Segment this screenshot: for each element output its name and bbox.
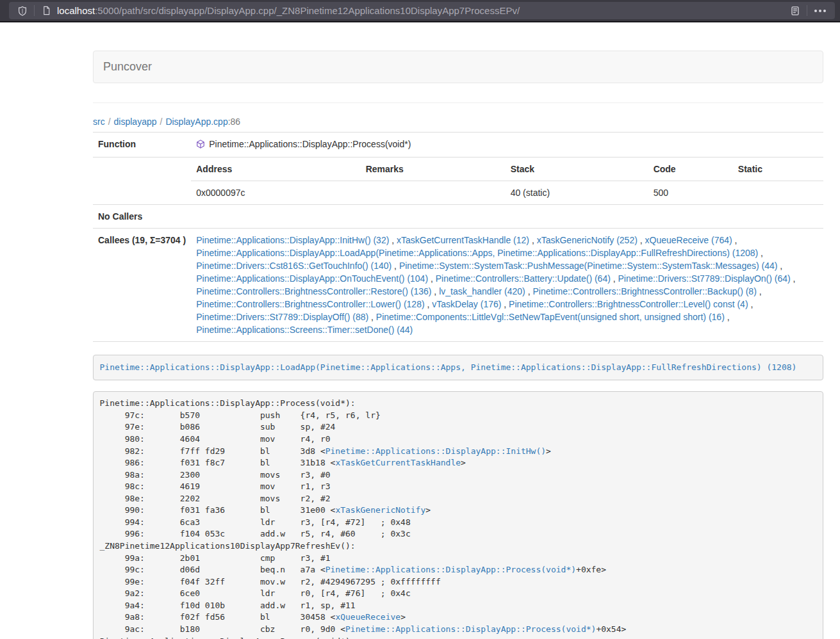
- remarks-value: [361, 181, 506, 205]
- navbar: Puncover: [93, 51, 823, 83]
- callee-link[interactable]: Pinetime::Applications::Screens::Timer::…: [196, 325, 413, 335]
- callee-link[interactable]: Pinetime::Controllers::BrightnessControl…: [532, 286, 756, 296]
- brand-link[interactable]: Puncover: [94, 60, 161, 74]
- symbol-table: Function Pinetime::Applications::Display…: [93, 132, 823, 342]
- breadcrumb-separator: /: [160, 117, 163, 127]
- function-label: Function: [93, 133, 191, 158]
- selected-callee-box: Pinetime::Applications::DisplayApp::Load…: [93, 355, 823, 380]
- static-value: [733, 181, 823, 205]
- callee-link[interactable]: Pinetime::Drivers::St7789::DisplayOn() (…: [618, 273, 791, 284]
- code-symbol-link[interactable]: xQueueReceive: [335, 612, 400, 622]
- function-name: Pinetime::Applications::DisplayApp::Proc…: [209, 139, 411, 149]
- callee-link[interactable]: Pinetime::Controllers::BrightnessControl…: [196, 286, 431, 296]
- callee-link[interactable]: vTaskDelay (176): [432, 299, 501, 309]
- callee-link[interactable]: xQueueReceive (764): [645, 235, 732, 245]
- col-code: Code: [648, 158, 733, 181]
- breadcrumb-line-number: :86: [228, 117, 240, 127]
- code-symbol-link[interactable]: xTaskGenericNotify: [335, 505, 425, 515]
- disassembly: Pinetime::Applications::DisplayApp::Proc…: [93, 391, 823, 639]
- breadcrumb: src/displayapp/DisplayApp.cpp:86: [93, 117, 823, 127]
- metrics-header-row: Address Remarks Stack Code Static: [191, 158, 823, 181]
- callee-link[interactable]: Pinetime::Applications::DisplayApp::Init…: [196, 235, 389, 245]
- urlbar-divider: [807, 5, 807, 16]
- breadcrumb-link-displayapp[interactable]: displayapp: [114, 117, 157, 127]
- metrics-cell: Address Remarks Stack Code Static 0x0000…: [191, 158, 823, 205]
- metrics-table: Address Remarks Stack Code Static 0x0000…: [191, 158, 823, 204]
- selected-callee-link[interactable]: Pinetime::Applications::DisplayApp::Load…: [100, 362, 797, 372]
- code-symbol-link[interactable]: xTaskGetCurrentTaskHandle: [335, 458, 461, 467]
- url-host: localhost: [57, 5, 95, 16]
- callee-link[interactable]: Pinetime::Drivers::St7789::DisplayOff() …: [196, 312, 368, 322]
- url-path: :5000/path/src/displayapp/DisplayApp.cpp…: [95, 5, 520, 16]
- callees-label: Callees (19, Σ=3704 ): [93, 229, 191, 342]
- callee-link[interactable]: lv_task_handler (420): [439, 286, 525, 296]
- callee-link[interactable]: Pinetime::Controllers::BrightnessControl…: [509, 299, 748, 309]
- callers-cell: [191, 205, 823, 229]
- divider: [93, 102, 823, 103]
- function-row: Function Pinetime::Applications::Display…: [93, 133, 823, 158]
- callees-cell: Pinetime::Applications::DisplayApp::Init…: [191, 229, 823, 342]
- callers-row: No Callers: [93, 205, 823, 229]
- col-remarks: Remarks: [361, 158, 506, 181]
- callee-link[interactable]: xTaskGenericNotify (252): [537, 235, 638, 245]
- col-stack: Stack: [506, 158, 648, 181]
- callee-link[interactable]: Pinetime::Applications::DisplayApp::Load…: [196, 248, 758, 258]
- page-content: Puncover src/displayapp/DisplayApp.cpp:8…: [93, 51, 823, 639]
- urlbar-divider: [34, 5, 35, 16]
- metrics-row: Address Remarks Stack Code Static 0x0000…: [93, 158, 823, 205]
- code-symbol-link[interactable]: Pinetime::Applications::DisplayApp::Proc…: [325, 565, 576, 574]
- callee-link[interactable]: Pinetime::Components::LittleVgl::SetNewT…: [376, 312, 725, 322]
- url-bar[interactable]: localhost:5000/path/src/displayapp/Displ…: [9, 2, 835, 19]
- stack-value: 40 (static): [506, 181, 648, 205]
- url-text[interactable]: localhost:5000/path/src/displayapp/Displ…: [57, 5, 788, 16]
- code-symbol-link[interactable]: Pinetime::Applications::DisplayApp::Init…: [325, 446, 546, 456]
- page-info-icon[interactable]: [39, 4, 53, 18]
- callee-link[interactable]: Pinetime::Controllers::Battery::Update()…: [436, 273, 611, 284]
- package-icon: [196, 139, 205, 152]
- col-address: Address: [191, 158, 360, 181]
- col-static: Static: [733, 158, 823, 181]
- shield-icon[interactable]: [15, 4, 29, 18]
- browser-toolbar: localhost:5000/path/src/displayapp/Displ…: [0, 0, 840, 22]
- code-value: 500: [648, 181, 733, 205]
- reader-mode-icon[interactable]: [788, 4, 802, 18]
- callee-link[interactable]: xTaskGetCurrentTaskHandle (12): [397, 235, 529, 245]
- breadcrumb-separator: /: [108, 117, 111, 127]
- no-callers-label: No Callers: [93, 205, 191, 229]
- address-value: 0x0000097c: [191, 181, 360, 205]
- callee-link[interactable]: Pinetime::System::SystemTask::PushMessag…: [399, 261, 778, 271]
- function-name-cell: Pinetime::Applications::DisplayApp::Proc…: [191, 133, 823, 158]
- metrics-empty-cell: [93, 158, 191, 205]
- metrics-value-row: 0x0000097c 40 (static) 500: [191, 181, 823, 205]
- callee-link[interactable]: Pinetime::Drivers::Cst816S::GetTouchInfo…: [196, 261, 391, 271]
- callees-row: Callees (19, Σ=3704 ) Pinetime::Applicat…: [93, 229, 823, 342]
- callee-link[interactable]: Pinetime::Controllers::BrightnessControl…: [196, 299, 424, 309]
- callee-link[interactable]: Pinetime::Applications::DisplayApp::OnTo…: [196, 273, 428, 284]
- breadcrumb-link-file[interactable]: DisplayApp.cpp: [165, 117, 227, 127]
- code-symbol-link[interactable]: Pinetime::Applications::DisplayApp::Proc…: [345, 624, 596, 634]
- page-actions-icon[interactable]: [812, 10, 828, 12]
- breadcrumb-link-src[interactable]: src: [93, 117, 105, 127]
